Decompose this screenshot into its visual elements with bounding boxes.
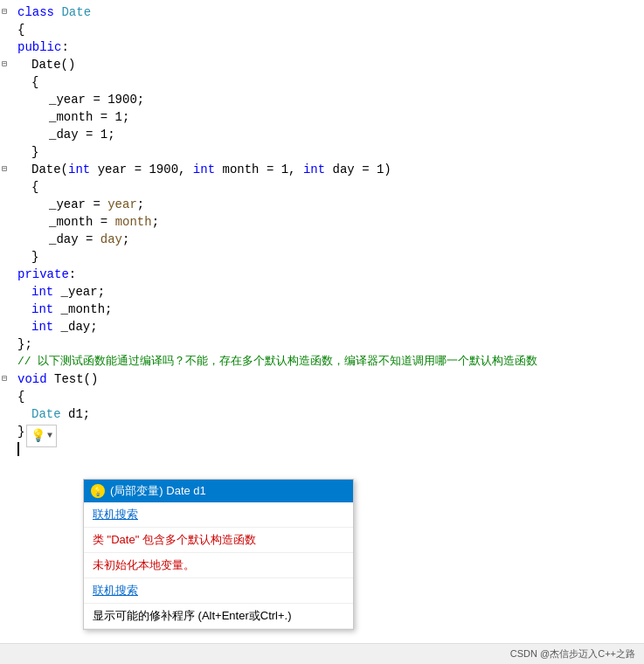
- keyword-private: private: [17, 267, 69, 281]
- code-line-23: {: [0, 388, 644, 405]
- month-var: _month =: [49, 215, 115, 229]
- line-19-content: int _day;: [14, 318, 644, 335]
- tooltip-error-2: 未初始化本地变量。: [84, 553, 353, 578]
- line-3-content: public:: [14, 38, 644, 56]
- keyword-void: void: [17, 372, 47, 386]
- kw-int-4: int: [31, 285, 53, 299]
- brace-close-3: }: [17, 425, 24, 439]
- code-line-2: {: [0, 21, 644, 38]
- comment-text: // 以下测试函数能通过编译吗？不能，存在多个默认构造函数，编译器不知道调用哪一…: [17, 355, 537, 368]
- class-name: Date: [61, 5, 91, 19]
- fold-icon-22[interactable]: ⊟: [0, 370, 14, 388]
- code-line-12: _year = year;: [0, 196, 644, 213]
- code-line-11: {: [0, 178, 644, 196]
- d1-decl: d1;: [61, 407, 91, 421]
- bottom-bar-text: CSDN @杰信步迈入C++之路: [510, 648, 635, 659]
- line-25-content: }: [14, 423, 644, 440]
- class-end: };: [17, 337, 32, 351]
- line-15-content: }: [14, 248, 644, 266]
- code-line-24: Date d1;: [0, 405, 644, 423]
- fold-icon-1[interactable]: ⊟: [0, 3, 14, 21]
- kw-int-3: int: [303, 163, 325, 176]
- line-11-content: {: [14, 178, 644, 196]
- line-18-content: int _month;: [14, 301, 644, 318]
- line-21-content: // 以下测试函数能通过编译吗？不能，存在多个默认构造函数，编译器不知道调用哪一…: [14, 353, 644, 370]
- day-assign: _day = 1;: [49, 128, 115, 142]
- brace-close-1: }: [31, 145, 38, 159]
- line-4-content: Date(): [14, 56, 644, 73]
- code-line-8: _day = 1;: [0, 126, 644, 143]
- line-23-content: {: [14, 388, 644, 405]
- kw-int-1: int: [68, 163, 90, 176]
- brace-open-3: {: [31, 180, 38, 194]
- tooltip-link-2[interactable]: 联机搜索: [84, 578, 353, 604]
- code-line-13: _month = month;: [0, 213, 644, 231]
- code-line-3: public:: [0, 38, 644, 56]
- code-line-7: _month = 1;: [0, 108, 644, 126]
- day-var: _day =: [49, 232, 100, 246]
- lightbulb-button[interactable]: 💡 ▼: [26, 425, 57, 447]
- tooltip-error-1: 类 "Date" 包含多个默认构造函数: [84, 528, 353, 553]
- member-year: _year;: [53, 285, 105, 299]
- line-12-content: _year = year;: [14, 196, 644, 213]
- code-line-16: private:: [0, 266, 644, 283]
- code-line-19: int _day;: [0, 318, 644, 335]
- code-line-21: // 以下测试函数能通过编译吗？不能，存在多个默认构造函数，编译器不知道调用哪一…: [0, 353, 644, 370]
- dropdown-arrow-icon: ▼: [47, 427, 52, 445]
- brace-open: {: [17, 23, 24, 37]
- code-line-18: int _month;: [0, 301, 644, 318]
- line-7-content: _month = 1;: [14, 108, 644, 126]
- line-8-content: _day = 1;: [14, 126, 644, 143]
- ctor-1: Date(): [31, 58, 75, 72]
- tooltip-action[interactable]: 显示可能的修补程序 (Alt+Enter或Ctrl+.): [84, 604, 353, 629]
- fold-icon-10[interactable]: ⊟: [0, 161, 14, 178]
- code-line-15: }: [0, 248, 644, 266]
- keyword-public: public: [17, 40, 61, 54]
- code-line-10: ⊟ Date(int year = 1900, int month = 1, i…: [0, 161, 644, 178]
- fold-icon-4[interactable]: ⊟: [0, 56, 14, 73]
- brace-close-2: }: [31, 250, 38, 264]
- param-day-text: day = 1): [325, 163, 391, 176]
- param-year-text: year = 1900,: [90, 163, 193, 176]
- tooltip-link-1[interactable]: 联机搜索: [84, 502, 353, 528]
- code-line-5: {: [0, 73, 644, 91]
- semi-1: ;: [137, 197, 144, 211]
- kw-int-6: int: [31, 320, 53, 334]
- semi-2: ;: [152, 215, 159, 229]
- code-line-1: ⊟ class Date: [0, 3, 644, 21]
- month-assign: _month = 1;: [49, 110, 129, 124]
- line-6-content: _year = 1900;: [14, 91, 644, 108]
- code-container: ⊟ class Date { public: ⊟ Date() { _year …: [0, 0, 644, 461]
- editor-area: ⊟ class Date { public: ⊟ Date() { _year …: [0, 0, 644, 664]
- tooltip-body: 联机搜索 类 "Date" 包含多个默认构造函数 未初始化本地变量。 联机搜索 …: [84, 502, 353, 629]
- line-24-content: Date d1;: [14, 405, 644, 423]
- code-line-26: [0, 440, 644, 458]
- year-assign: _year = 1900;: [49, 93, 144, 107]
- param-year: year: [107, 197, 137, 211]
- colon-2: :: [69, 267, 76, 281]
- code-line-6: _year = 1900;: [0, 91, 644, 108]
- ctor-2-name: Date(: [31, 163, 68, 176]
- member-day: _day;: [53, 320, 97, 334]
- quickinfo-tooltip: 💡 (局部变量) Date d1 联机搜索 类 "Date" 包含多个默认构造函…: [83, 479, 354, 630]
- tooltip-header: 💡 (局部变量) Date d1: [84, 480, 353, 502]
- code-line-14: _day = day;: [0, 231, 644, 248]
- tooltip-header-text: (局部变量) Date d1: [110, 483, 206, 499]
- kw-int-5: int: [31, 302, 53, 316]
- line-13-content: _month = month;: [14, 213, 644, 231]
- tooltip-bulb-icon: 💡: [91, 484, 105, 498]
- line-5-content: {: [14, 73, 644, 91]
- kw-int-2: int: [193, 163, 215, 176]
- code-line-9: }: [0, 143, 644, 161]
- brace-open-4: {: [17, 390, 24, 404]
- line-22-content: void Test(): [14, 370, 644, 388]
- line-20-content: };: [14, 335, 644, 353]
- code-line-22: ⊟ void Test(): [0, 370, 644, 388]
- line-10-content: Date(int year = 1900, int month = 1, int…: [14, 161, 644, 178]
- line-9-content: }: [14, 143, 644, 161]
- keyword-class: class: [17, 5, 61, 19]
- line-16-content: private:: [14, 266, 644, 283]
- code-line-4: ⊟ Date(): [0, 56, 644, 73]
- line-2-content: {: [14, 21, 644, 38]
- line-14-content: _day = day;: [14, 231, 644, 248]
